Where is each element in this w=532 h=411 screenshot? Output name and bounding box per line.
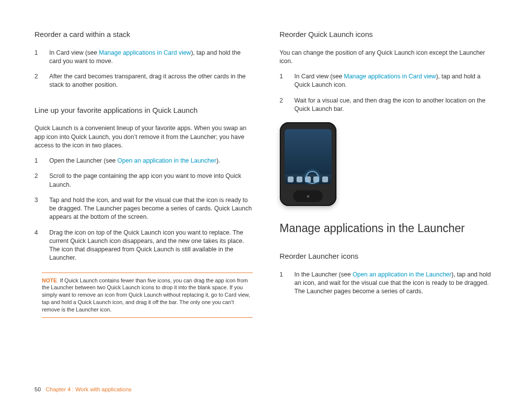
phone-screen bbox=[285, 129, 332, 184]
left-column: Reorder a card within a stack 1 In Card … bbox=[34, 30, 253, 328]
quick-launch-icon bbox=[305, 176, 311, 182]
page-number: 50 bbox=[34, 386, 41, 392]
step: 3 Tap and hold the icon, and wait for th… bbox=[34, 196, 253, 222]
step-number: 1 bbox=[34, 49, 49, 66]
step-text: Wait for a visual cue, and then drag the… bbox=[295, 97, 498, 114]
step: 1 Open the Launcher (see Open an applica… bbox=[34, 157, 253, 165]
text: In Card view (see bbox=[295, 73, 344, 80]
step-number: 3 bbox=[34, 196, 49, 222]
step-text: Drag the icon on top of the Quick Launch… bbox=[49, 229, 253, 263]
step-number: 1 bbox=[280, 72, 295, 90]
step-number: 4 bbox=[34, 229, 49, 263]
step: 2 After the card becomes transparent, dr… bbox=[34, 72, 253, 90]
quick-launch-icon bbox=[288, 176, 294, 182]
quick-launch-icon bbox=[297, 176, 302, 182]
step: 1 In Card view (see Manage applications … bbox=[280, 72, 498, 90]
heading-reorder-launcher-icons: Reorder Launcher icons bbox=[280, 251, 498, 262]
step: 1 In Card view (see Manage applications … bbox=[34, 49, 253, 66]
step-number: 2 bbox=[280, 97, 295, 114]
step-number: 2 bbox=[34, 72, 49, 90]
gesture-dot bbox=[307, 195, 309, 198]
step-text: In Card view (see Manage applications in… bbox=[49, 49, 253, 66]
text: Open the Launcher (see bbox=[49, 157, 117, 164]
step: 4 Drag the icon on top of the Quick Laun… bbox=[34, 229, 253, 263]
step-number: 1 bbox=[280, 271, 295, 296]
heading-manage-apps-launcher: Manage applications in the Launcher bbox=[280, 221, 498, 237]
step-number: 2 bbox=[34, 172, 49, 189]
step: 2 Wait for a visual cue, and then drag t… bbox=[280, 97, 498, 114]
quick-launch-icon bbox=[313, 176, 319, 182]
link-manage-card-view[interactable]: Manage applications in Card view bbox=[99, 49, 191, 56]
phone-illustration bbox=[280, 122, 336, 206]
note-label: NOTE bbox=[42, 277, 57, 283]
quick-launch-bar bbox=[285, 174, 332, 184]
right-column: Reorder Quick Launch icons You can chang… bbox=[280, 30, 498, 328]
note-box: NOTE If Quick Launch contains fewer than… bbox=[42, 273, 253, 318]
text: In Card view (see bbox=[49, 49, 99, 56]
step-text: Open the Launcher (see Open an applicati… bbox=[49, 157, 253, 165]
note-text: If Quick Launch contains fewer than five… bbox=[42, 277, 250, 312]
step-text: Tap and hold the icon, and wait for the … bbox=[49, 196, 253, 222]
step-text: In the Launcher (see Open an application… bbox=[295, 271, 498, 296]
page-footer: 50Chapter 4 : Work with applications bbox=[34, 386, 132, 394]
page: Reorder a card within a stack 1 In Card … bbox=[0, 0, 532, 328]
link-manage-card-view[interactable]: Manage applications in Card view bbox=[344, 73, 436, 80]
heading-reorder-card: Reorder a card within a stack bbox=[34, 30, 253, 40]
text: In the Launcher (see bbox=[295, 271, 353, 278]
gesture-area bbox=[293, 190, 323, 202]
chapter-label: Chapter 4 : Work with applications bbox=[46, 386, 132, 392]
link-open-launcher[interactable]: Open an application in the Launcher bbox=[117, 157, 216, 164]
step: 2 Scroll to the page containing the app … bbox=[34, 172, 253, 189]
step-number: 1 bbox=[34, 157, 49, 165]
step-text: Scroll to the page containing the app ic… bbox=[49, 172, 253, 189]
heading-lineup-quick-launch: Line up your favorite applications in Qu… bbox=[34, 105, 253, 116]
quick-launch-icon bbox=[322, 176, 328, 182]
step-text: After the card becomes transparent, drag… bbox=[49, 72, 253, 90]
step-text: In Card view (see Manage applications in… bbox=[295, 72, 498, 90]
intro-paragraph: You can change the position of any Quick… bbox=[280, 49, 498, 66]
intro-paragraph: Quick Launch is a convenient lineup of y… bbox=[34, 124, 253, 150]
text: ). bbox=[216, 157, 220, 164]
heading-reorder-ql-icons: Reorder Quick Launch icons bbox=[280, 30, 498, 40]
link-open-launcher[interactable]: Open an application in the Launcher bbox=[353, 271, 452, 278]
step: 1 In the Launcher (see Open an applicati… bbox=[280, 271, 498, 296]
